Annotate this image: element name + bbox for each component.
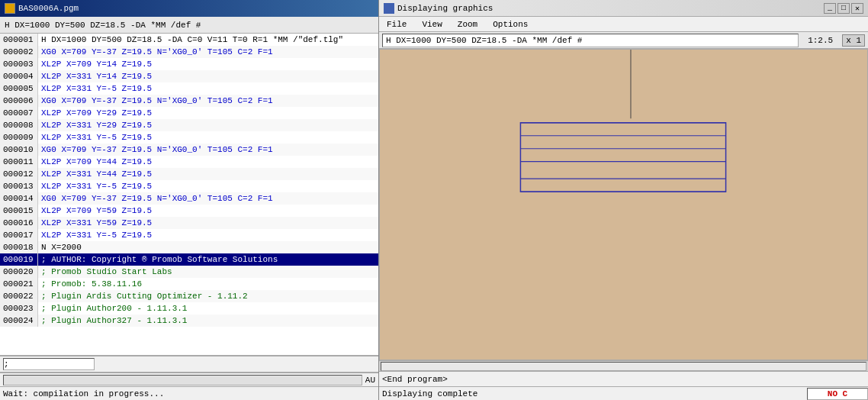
line-number: 000002	[0, 46, 38, 58]
line-number: 000019	[0, 253, 38, 266]
left-header-text: H DX=1000 DY=500 DZ=18.5 -DA *MM /def #	[5, 21, 201, 30]
code-line-text: ; Promob: 5.38.11.16	[38, 278, 378, 290]
line-number: 000018	[0, 241, 38, 253]
table-row[interactable]: 000022; Plugin Ardis Cutting Optimizer -…	[0, 290, 378, 302]
code-line-text: XL2P X=331 Y=29 Z=19.5	[38, 119, 378, 131]
table-row[interactable]: 000024; Plugin Author327 - 1.11.3.1	[0, 315, 378, 327]
table-row[interactable]: 000020; Promob Studio Start Labs	[0, 266, 378, 278]
line-number: 000008	[0, 119, 38, 131]
line-number: 000007	[0, 107, 38, 119]
code-line-text: XL2P X=331 Y=-5 Z=19.5	[38, 180, 378, 192]
code-input[interactable]	[3, 358, 95, 370]
left-input-row	[0, 356, 378, 373]
code-line-text: XL2P X=331 Y=44 Z=19.5	[38, 168, 378, 180]
line-number: 000021	[0, 278, 38, 290]
end-program-label: <End program>	[382, 375, 865, 384]
graphics-canvas	[379, 49, 868, 360]
table-row[interactable]: 000005XL2P X=331 Y=-5 Z=19.5	[0, 82, 378, 95]
code-line-text: ; AUTHOR: Copyright ® Promob Software So…	[38, 253, 378, 266]
end-program-row: <End program>	[379, 371, 868, 386]
maximize-button[interactable]: □	[837, 3, 850, 14]
table-row[interactable]: 000007XL2P X=709 Y=29 Z=19.5	[0, 107, 378, 119]
right-titlebar-left: Displaying graphics	[384, 3, 493, 14]
table-row[interactable]: 000013XL2P X=331 Y=-5 Z=19.5	[0, 180, 378, 192]
table-row[interactable]: 000011XL2P X=709 Y=44 Z=19.5	[0, 156, 378, 168]
line-number: 000015	[0, 205, 38, 217]
code-line-text: ; Plugin Author327 - 1.11.3.1	[38, 315, 378, 327]
table-row[interactable]: 000010XG0 X=709 Y=-37 Z=19.5 N='XG0_0' T…	[0, 144, 378, 156]
line-number: 000016	[0, 217, 38, 229]
line-number: 000005	[0, 82, 38, 95]
line-number: 000004	[0, 70, 38, 82]
code-editor[interactable]: 000001H DX=1000 DY=500 DZ=18.5 -DA C=0 V…	[0, 34, 378, 356]
menu-bar: FileViewZoomOptions	[379, 17, 868, 32]
right-status-bar: Displaying complete NO C	[379, 386, 868, 400]
right-window-icon	[384, 3, 394, 14]
table-row[interactable]: 000015XL2P X=709 Y=59 Z=19.5	[0, 205, 378, 217]
table-row[interactable]: 000019; AUTHOR: Copyright ® Promob Softw…	[0, 253, 378, 266]
au-label: AU	[365, 376, 375, 385]
line-number: 000003	[0, 58, 38, 70]
right-header-text: H DX=1000 DY=500 DZ=18.5 -DA *MM /def #	[382, 34, 799, 47]
left-scrollbar-row: AU	[0, 373, 378, 386]
code-line-text: XL2P X=709 Y=29 Z=19.5	[38, 107, 378, 119]
table-row[interactable]: 000009XL2P X=331 Y=-5 Z=19.5	[0, 131, 378, 144]
menu-item-file[interactable]: File	[382, 19, 411, 30]
compilation-status: Wait: compilation in progress...	[3, 389, 164, 398]
line-number: 000013	[0, 180, 38, 192]
code-line-text: XL2P X=331 Y=-5 Z=19.5	[38, 82, 378, 95]
code-line-text: XL2P X=331 Y=-5 Z=19.5	[38, 229, 378, 241]
svg-rect-1	[520, 123, 725, 192]
table-row[interactable]: 000017XL2P X=331 Y=-5 Z=19.5	[0, 229, 378, 241]
line-number: 000014	[0, 192, 38, 205]
menu-item-options[interactable]: Options	[488, 19, 532, 30]
right-title-text: Displaying graphics	[397, 4, 493, 13]
table-row[interactable]: 000004XL2P X=331 Y=14 Z=19.5	[0, 70, 378, 82]
table-row[interactable]: 000014XG0 X=709 Y=-37 Z=19.5 N='XG0_0' T…	[0, 192, 378, 205]
code-line-text: XL2P X=331 Y=-5 Z=19.5	[38, 131, 378, 144]
left-title-text: BAS0006A.pgm	[18, 4, 79, 13]
progress-bar	[3, 375, 362, 385]
menu-item-view[interactable]: View	[417, 19, 446, 30]
line-number: 000017	[0, 229, 38, 241]
line-number: 000001	[0, 34, 38, 46]
code-line-text: ; Plugin Ardis Cutting Optimizer - 1.11.…	[38, 290, 378, 302]
graphics-viewport	[380, 50, 867, 360]
code-line-text: XL2P X=709 Y=14 Z=19.5	[38, 58, 378, 70]
code-line-text: XG0 X=709 Y=-37 Z=19.5 N='XG0_0' T=105 C…	[38, 192, 378, 205]
hscroll-track[interactable]	[381, 362, 866, 371]
horizontal-scrollbar[interactable]	[379, 360, 868, 371]
code-line-text: XG0 X=709 Y=-37 Z=19.5 N='XG0_0' T=105 C…	[38, 46, 378, 58]
code-line-text: XL2P X=331 Y=14 Z=19.5	[38, 70, 378, 82]
left-header: H DX=1000 DY=500 DZ=18.5 -DA *MM /def #	[0, 17, 378, 34]
line-number: 000012	[0, 168, 38, 180]
graphics-svg	[380, 50, 867, 360]
line-number: 000022	[0, 290, 38, 302]
code-line-text: XL2P X=331 Y=59 Z=19.5	[38, 217, 378, 229]
right-titlebar: Displaying graphics _ □ ✕	[379, 0, 868, 17]
close-button[interactable]: ✕	[851, 3, 863, 14]
line-number: 000010	[0, 144, 38, 156]
table-row[interactable]: 000002XG0 X=709 Y=-37 Z=19.5 N='XG0_0' T…	[0, 46, 378, 58]
left-titlebar: BAS0006A.pgm	[0, 0, 378, 17]
right-header-value: H DX=1000 DY=500 DZ=18.5 -DA *MM /def #	[386, 36, 582, 45]
menu-item-zoom[interactable]: Zoom	[453, 19, 482, 30]
table-row[interactable]: 000006XG0 X=709 Y=-37 Z=19.5 N='XG0_0' T…	[0, 95, 378, 107]
minimize-button[interactable]: _	[824, 3, 836, 14]
code-line-text: ; Promob Studio Start Labs	[38, 266, 378, 278]
table-row[interactable]: 000018N X=2000	[0, 241, 378, 253]
displaying-status: Displaying complete	[379, 389, 807, 398]
table-row[interactable]: 000021; Promob: 5.38.11.16	[0, 278, 378, 290]
table-row[interactable]: 000023; Plugin Author200 - 1.11.3.1	[0, 302, 378, 315]
code-line-text: XG0 X=709 Y=-37 Z=19.5 N='XG0_0' T=105 C…	[38, 144, 378, 156]
table-row[interactable]: 000001H DX=1000 DY=500 DZ=18.5 -DA C=0 V…	[0, 34, 378, 46]
table-row[interactable]: 000003XL2P X=709 Y=14 Z=19.5	[0, 58, 378, 70]
right-header: H DX=1000 DY=500 DZ=18.5 -DA *MM /def # …	[379, 32, 868, 49]
left-panel: BAS0006A.pgm H DX=1000 DY=500 DZ=18.5 -D…	[0, 0, 379, 400]
x1-label: x 1	[842, 34, 865, 47]
code-line-text: XL2P X=709 Y=59 Z=19.5	[38, 205, 378, 217]
table-row[interactable]: 000012XL2P X=331 Y=44 Z=19.5	[0, 168, 378, 180]
table-row[interactable]: 000016XL2P X=331 Y=59 Z=19.5	[0, 217, 378, 229]
table-row[interactable]: 000008XL2P X=331 Y=29 Z=19.5	[0, 119, 378, 131]
code-line-text: N X=2000	[38, 241, 378, 253]
